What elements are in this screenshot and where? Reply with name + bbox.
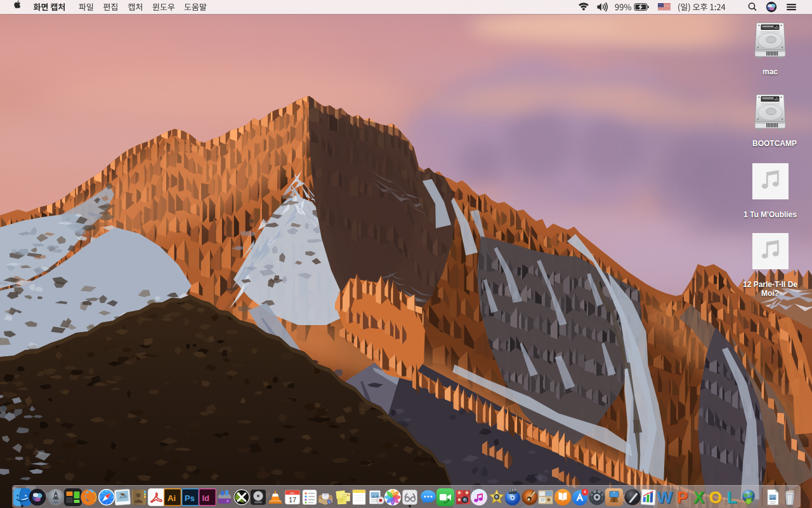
svg-text:P: P: [677, 488, 688, 506]
svg-text:W: W: [657, 488, 672, 506]
svg-text:L: L: [727, 488, 737, 506]
svg-text:O: O: [709, 488, 721, 506]
svg-text:17: 17: [289, 496, 296, 504]
svg-text:Ai: Ai: [167, 493, 176, 503]
svg-text:Ps: Ps: [185, 493, 195, 503]
svg-text:Id: Id: [202, 493, 210, 503]
svg-text:4: 4: [584, 490, 586, 494]
svg-text:X: X: [693, 488, 705, 506]
svg-text:Q: Q: [328, 500, 331, 504]
svg-text:JUL: JUL: [290, 491, 295, 495]
